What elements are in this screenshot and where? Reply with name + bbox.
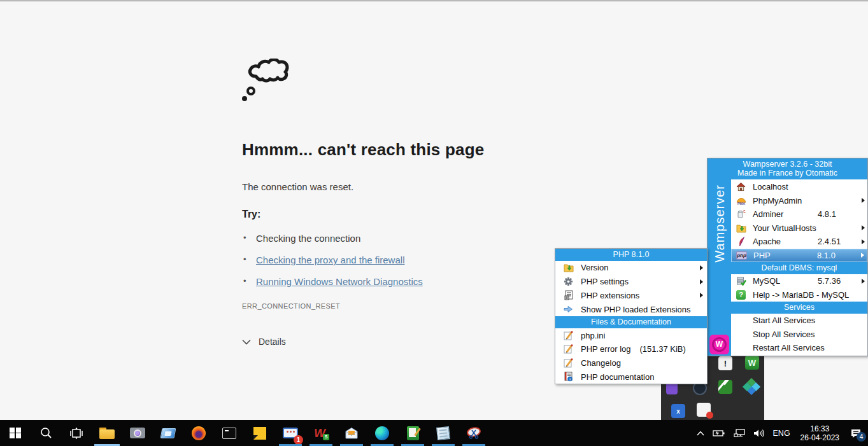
file-explorer-button[interactable]	[92, 420, 122, 446]
menu-item-php-extensions[interactable]: PHP extensions	[555, 289, 707, 303]
menu-item-stop-all-services[interactable]: Stop All Services	[731, 328, 867, 342]
battery-icon[interactable]	[711, 429, 727, 437]
network-diagnostics-link[interactable]: Running Windows Network Diagnostics	[256, 276, 423, 287]
desktop-screen: Hmmm... can't reach this page The connec…	[0, 0, 868, 446]
mysql-version: 5.7.36	[818, 276, 857, 286]
media-app-button[interactable]	[153, 420, 183, 446]
adminer-icon	[736, 209, 746, 220]
wamp-side-label: Wampserver	[712, 185, 727, 263]
wamp-menu-title: Wampserver 3.2.6 - 32bit Made in France …	[708, 158, 867, 179]
purple-app-icon[interactable]	[666, 383, 678, 394]
error-title: Hmmm... can't reach this page	[242, 140, 599, 160]
notepad-button[interactable]	[428, 420, 459, 446]
default-dbms-header: Default DBMS: mysql	[731, 262, 867, 274]
chat-app-button[interactable]: 1	[275, 420, 306, 446]
mail-button[interactable]	[336, 420, 367, 446]
task-view-icon	[70, 428, 83, 439]
menu-item-php[interactable]: php PHP 8.1.0	[731, 249, 867, 263]
hidden-icons-chevron[interactable]	[695, 431, 706, 436]
firefox-button[interactable]	[183, 420, 214, 446]
menu-item-localhost[interactable]: Localhost	[731, 180, 867, 194]
wamp-madein-line: Made in France by Otomatic	[708, 169, 867, 178]
search-button[interactable]	[31, 420, 61, 446]
menu-item-mysql[interactable]: MySQL 5.7.36	[731, 274, 867, 288]
menu-item-virtualhosts[interactable]: Your VirtualHosts	[731, 221, 867, 235]
sticky-notes-button[interactable]	[245, 420, 275, 446]
submenu-arrow-icon	[700, 265, 703, 270]
start-button[interactable]	[0, 420, 31, 446]
language-indicator[interactable]: ENG	[771, 429, 792, 438]
menu-item-php-documentation[interactable]: i PHP documentation	[555, 370, 707, 384]
clock[interactable]: 16:33 26-04-2023	[797, 424, 843, 442]
menu-item-adminer[interactable]: Adminer 4.8.1	[731, 207, 867, 221]
volume-icon[interactable]	[751, 429, 767, 438]
php-submenu-header: PHP 8.1.0	[555, 249, 707, 261]
camera-button[interactable]	[122, 420, 153, 446]
wamp-version-line: Wampserver 3.2.6 - 32bit	[708, 160, 867, 169]
help-icon: ?	[736, 289, 746, 300]
notepadpp-icon[interactable]	[718, 380, 732, 394]
cmd-button[interactable]	[214, 420, 245, 446]
network-icon[interactable]	[732, 429, 747, 438]
edge-icon	[375, 426, 389, 440]
menu-item-restart-all-services[interactable]: Restart All Services	[731, 341, 867, 355]
wamp-side-strip: Wampserver W	[708, 179, 731, 356]
error-code: ERR_CONNECTION_RESET	[242, 302, 599, 310]
error-log-size: (151.37 KiB)	[640, 344, 686, 354]
window-top-border	[0, 0, 868, 2]
php-logo-icon: php	[736, 250, 747, 260]
pinwheel-app-icon[interactable]	[745, 379, 759, 393]
edge-button[interactable]	[367, 420, 397, 446]
suggestion-item: Checking the connection	[242, 233, 599, 244]
suggestion-list: Checking the connection Checking the pro…	[242, 233, 599, 287]
menu-item-apache[interactable]: Apache 2.4.51	[731, 235, 867, 249]
wps-office-button[interactable]: W S	[306, 420, 336, 446]
details-toggle[interactable]: Details	[242, 337, 599, 347]
folder-version-icon	[563, 263, 574, 273]
menu-item-changelog[interactable]: Changelog	[555, 356, 707, 370]
menu-item-help-mariadb-mysql[interactable]: ? Help -> MariaDB - MySQL	[731, 288, 867, 302]
task-view-button[interactable]	[61, 420, 92, 446]
menu-item-show-loaded-extensions[interactable]: Show PHP loaded Extensions	[555, 302, 707, 316]
chat-notification-badge: 1	[294, 435, 303, 445]
wampserver-logo-icon: W	[709, 335, 729, 354]
edit-pencil-icon	[563, 330, 574, 340]
edit-pencil-icon	[563, 344, 574, 354]
sticky-notes-icon	[253, 427, 266, 440]
menu-item-php-settings[interactable]: PHP settings	[555, 275, 707, 289]
edit-pencil-icon	[563, 358, 574, 368]
notification-center-button[interactable]: 4	[850, 428, 862, 438]
wamp-green-tray-icon[interactable]: W	[745, 356, 759, 370]
submenu-arrow-icon	[862, 198, 865, 203]
details-label: Details	[259, 337, 286, 347]
taskbar: 1 W S	[0, 420, 868, 446]
menu-item-php-ini[interactable]: php.ini	[555, 328, 707, 342]
gear-icon	[563, 277, 574, 287]
chat-reddot-icon[interactable]	[697, 403, 711, 417]
notification-count-badge: 4	[857, 432, 866, 442]
alert-exclaim-icon[interactable]: !	[718, 356, 732, 370]
snipping-tool-button[interactable]	[459, 420, 489, 446]
snipping-tool-icon	[466, 427, 481, 440]
menu-item-start-all-services[interactable]: Start All Services	[731, 314, 867, 328]
home-icon	[736, 182, 746, 192]
error-page: Hmmm... can't reach this page The connec…	[242, 59, 599, 347]
extensions-doc-icon	[563, 290, 574, 300]
green-editor-icon	[407, 426, 419, 440]
firefox-icon	[192, 426, 206, 440]
proxy-firewall-link[interactable]: Checking the proxy and the firewall	[256, 254, 404, 265]
green-editor-button[interactable]	[397, 420, 428, 446]
submenu-arrow-icon	[862, 279, 865, 284]
menu-item-php-error-log[interactable]: PHP error log (151.37 KiB)	[555, 342, 707, 356]
submenu-arrow-icon	[861, 253, 864, 258]
mysql-database-icon	[736, 276, 746, 286]
wps-office-icon: W S	[314, 427, 328, 440]
services-header: Services	[731, 302, 867, 314]
submenu-arrow-icon	[700, 293, 703, 298]
svg-text:PMA: PMA	[737, 202, 744, 206]
menu-item-version[interactable]: Version	[555, 261, 707, 275]
menu-item-phpmyadmin[interactable]: PMA PhpMyAdmin	[731, 194, 867, 208]
chevron-down-icon	[242, 339, 251, 345]
blue-doc-app-icon[interactable]: x	[671, 404, 685, 418]
apache-version: 2.4.51	[818, 237, 857, 246]
